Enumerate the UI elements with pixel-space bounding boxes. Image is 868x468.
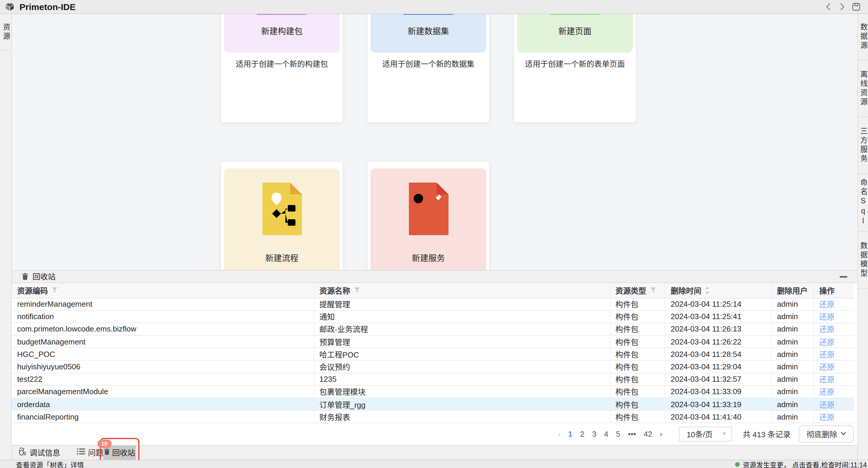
debug-info-label: 调试信息 (30, 447, 60, 458)
cell-name: 财务报表 (314, 411, 610, 423)
page-number-42[interactable]: 42 (644, 430, 652, 438)
restore-link[interactable]: 还原 (819, 336, 835, 347)
table-row[interactable]: orderdata订单管理_rgg构件包2024-03-04 11:33:19a… (12, 398, 854, 411)
restore-link[interactable]: 还原 (819, 386, 835, 397)
create-card-cube-plus[interactable]: 新建构建包适用于创建一个新的构建包 (221, 14, 343, 122)
rail-item-label: 资源 (2, 23, 9, 41)
page-number-4[interactable]: 4 (604, 430, 608, 438)
table-row[interactable]: notification通知构件包2024-03-04 11:25:41admi… (12, 311, 854, 323)
column-header-1: 资源名称 (314, 283, 610, 298)
table-row[interactable]: HGC_POC哈工程POC构件包2024-03-04 11:28:54admin… (12, 348, 854, 361)
rail-item-label: 数据源 (860, 23, 867, 51)
save-icon[interactable] (852, 3, 860, 11)
cell-user: admin (772, 361, 814, 373)
restore-link[interactable]: 还原 (819, 323, 835, 335)
permanent-delete-button[interactable]: 彻底删除 (799, 426, 854, 443)
create-card-page[interactable]: 新建页面适用于创建一个新的表单页面 (514, 14, 636, 122)
right-rail-item-0[interactable]: 数据源 (858, 14, 868, 60)
next-page-icon[interactable]: › (660, 429, 662, 439)
cell-code: huiyishiyuyue0506 (12, 361, 314, 373)
column-header-4: 删除用户 (772, 283, 814, 298)
nav-forward-icon[interactable] (838, 3, 846, 11)
page-ellipsis[interactable]: ••• (628, 430, 636, 438)
restore-link[interactable]: 还原 (819, 361, 835, 372)
restore-link[interactable]: 还原 (819, 411, 835, 423)
cell-code: budgetManagement (12, 336, 314, 347)
cell-code: HGC_POC (12, 348, 314, 360)
status-resource-detail[interactable]: 查看资源「树表」详情 (16, 460, 84, 468)
cell-code: reminderManagement (12, 298, 314, 310)
table-row[interactable]: budgetManagement预算管理构件包2024-03-04 11:26:… (12, 336, 854, 348)
cell-name: 哈工程POC (314, 348, 610, 360)
restore-link[interactable]: 还原 (819, 373, 835, 385)
problems-button[interactable]: 问题 (77, 447, 103, 458)
page-size-value: 10条/页 (687, 428, 713, 440)
cell-time: 2024-03-04 11:29:04 (665, 361, 772, 373)
cell-action: 还原 (814, 386, 854, 398)
table-body: reminderManagement提醒管理构件包2024-03-04 11:2… (12, 298, 857, 424)
cell-type: 构件包 (610, 411, 665, 423)
cell-time: 2024-03-04 11:32:57 (665, 373, 772, 385)
cell-name: 通知 (314, 311, 610, 322)
table-row[interactable]: reminderManagement提醒管理构件包2024-03-04 11:2… (12, 298, 854, 311)
cell-action: 还原 (814, 348, 854, 360)
restore-link[interactable]: 还原 (819, 299, 835, 310)
right-rail-item-3[interactable]: 命名Sql (858, 174, 868, 231)
column-label: 删除时间 (671, 284, 701, 296)
cell-type: 构件包 (610, 311, 665, 322)
cell-code: financialReporting (12, 411, 314, 423)
debug-icon (18, 447, 27, 458)
table-row[interactable]: parcelManagementModule包裹管理模块构件包2024-03-0… (12, 386, 854, 398)
recycle-bin-panel: 回收站 资源编码资源名称资源类型删除时间删除用户操作 reminderManag… (12, 270, 857, 445)
create-card-flow[interactable]: 新建流程 (221, 162, 343, 270)
create-card-database[interactable]: 新建数据集适用于创建一个新的数据集 (368, 14, 489, 122)
status-change-notice[interactable]: 资源发生变更， 点击查看,检查时间:11:14 (735, 460, 867, 468)
table-row[interactable]: com.primeton.lowcode.ems.bizflow邮政-业务流程构… (12, 323, 854, 336)
cell-time: 2024-03-04 11:25:41 (665, 311, 772, 322)
rail-item-label: 离线资源 (860, 70, 867, 107)
cell-type: 构件包 (610, 361, 665, 373)
restore-link[interactable]: 还原 (819, 399, 835, 410)
filter-icon[interactable] (52, 287, 58, 293)
nav-back-icon[interactable] (824, 3, 832, 11)
restore-link[interactable]: 还原 (819, 349, 835, 360)
table-row[interactable]: test2221235构件包2024-03-04 11:32:57admin还原 (12, 373, 854, 385)
cell-type: 构件包 (610, 398, 665, 410)
card-title: 新建数据集 (368, 25, 489, 37)
rail-item-label: 三方服务 (860, 127, 867, 164)
recycle-panel-header: 回收站 (12, 270, 857, 283)
sort-icon[interactable] (705, 286, 710, 294)
prev-page-icon[interactable]: ‹ (558, 429, 561, 439)
cell-action: 还原 (814, 336, 854, 347)
card-title: 新建流程 (221, 252, 343, 263)
pagination-bar: ‹ 12345•••42 › 10条/页 ▼ 共 413 条记录 彻底删除 (12, 424, 854, 445)
cell-name: 预算管理 (314, 336, 610, 347)
create-card-tools[interactable]: 新建服务 (368, 162, 489, 270)
trash-icon (104, 448, 110, 457)
debug-info-button[interactable]: 调试信息 (18, 447, 60, 458)
filter-icon[interactable] (650, 287, 656, 293)
right-rail-item-1[interactable]: 离线资源 (858, 60, 868, 117)
cell-user: admin (772, 298, 814, 310)
sidebar-item-resources[interactable]: 资源 (0, 14, 11, 50)
cell-name: 提醒管理 (314, 298, 610, 310)
right-rail-item-2[interactable]: 三方服务 (858, 117, 868, 174)
right-rail-item-4[interactable]: 数据模型 (858, 231, 868, 289)
table-row[interactable]: huiyishiyuyue0506会议预约构件包2024-03-04 11:29… (12, 361, 854, 373)
list-icon (77, 448, 85, 457)
page-number-1[interactable]: 1 (568, 430, 572, 438)
table-row[interactable]: financialReporting财务报表构件包2024-03-04 11:4… (12, 411, 854, 423)
column-header-2: 资源类型 (610, 283, 665, 298)
filter-icon[interactable] (354, 287, 360, 293)
page-number-3[interactable]: 3 (592, 430, 596, 438)
cell-type: 构件包 (610, 348, 665, 360)
page-size-select[interactable]: 10条/页 ▼ (679, 427, 732, 441)
page-number-2[interactable]: 2 (580, 430, 584, 438)
cell-user: admin (772, 411, 814, 423)
page-number-5[interactable]: 5 (616, 430, 620, 438)
cell-name: 包裹管理模块 (314, 386, 610, 398)
permanent-delete-label: 彻底删除 (807, 428, 837, 440)
title-bar: Primeton-IDE (0, 0, 868, 14)
restore-link[interactable]: 还原 (819, 311, 835, 322)
minimize-panel-button[interactable] (840, 276, 847, 278)
